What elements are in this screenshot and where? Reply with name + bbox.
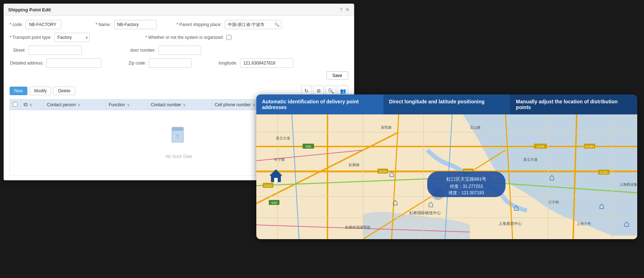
svg-text:⌂: ⌂ — [389, 168, 394, 179]
form-row-2: Transport point type: Factory Whether or… — [10, 33, 348, 42]
form-row-1: code: Name: Parent shipping place: 🔍 — [10, 20, 348, 29]
form-row-3: Street: door number: — [10, 46, 348, 55]
transport-type-label: Transport point type: — [10, 35, 51, 40]
detailed-address-input[interactable] — [46, 58, 101, 68]
svg-text:S102: S102 — [600, 171, 607, 174]
col-contact-number: Contact number ⇅ — [148, 100, 212, 110]
map-svg: S56 G106 G1361 S312 S104 S020 S102 S20 直… — [256, 114, 637, 239]
system-organized-checkbox[interactable] — [226, 35, 231, 40]
name-input[interactable] — [114, 20, 157, 29]
map-tooltip-3: Manually adjust the location of distribu… — [510, 94, 637, 114]
col-function: Function ⇅ — [106, 100, 148, 110]
svg-text:⌂: ⌂ — [392, 197, 398, 207]
svg-text:⌂: ⌂ — [624, 218, 629, 229]
code-label: code: — [10, 22, 23, 27]
longitude-label: longitude: — [219, 61, 237, 66]
new-button[interactable]: New — [10, 87, 27, 95]
house-icon-10: ⌂ — [624, 218, 629, 229]
svg-text:富民路: 富民路 — [381, 125, 392, 129]
svg-text:虹桥路: 虹桥路 — [349, 163, 360, 167]
svg-text:经度：31.277253: 经度：31.277253 — [450, 184, 483, 189]
svg-text:上海六号: 上海六号 — [577, 222, 591, 226]
help-icon[interactable]: ? — [340, 7, 342, 12]
svg-text:上海展览中心: 上海展览中心 — [498, 221, 522, 226]
svg-text:上海商业集团: 上海商业集团 — [619, 182, 637, 186]
dialog-title: Shipping Point Edit — [8, 7, 51, 12]
map-section: Automatic identification of delivery poi… — [256, 94, 637, 239]
map-tooltips: Automatic identification of delivery poi… — [256, 94, 637, 114]
map-popup: 虹口区天宝路891号 经度：31.277253 维度：121.507193 — [427, 171, 506, 197]
svg-text:G106: G106 — [536, 145, 544, 148]
svg-rect-1 — [172, 127, 183, 131]
modify-button[interactable]: Modify — [30, 87, 51, 95]
name-label: Name: — [95, 22, 111, 27]
svg-text:直立大道: 直立大道 — [276, 136, 290, 140]
door-number-input[interactable] — [158, 46, 201, 55]
parent-input-wrapper: 🔍 — [225, 20, 282, 29]
code-input[interactable] — [26, 20, 61, 29]
svg-text:虹桥国际枢纽中心: 虹桥国际枢纽中心 — [409, 211, 441, 215]
svg-text:⌂: ⌂ — [599, 200, 604, 211]
zip-code-input[interactable] — [149, 58, 192, 68]
svg-text:⌂: ⌂ — [428, 199, 434, 209]
svg-text:宝山路: 宝山路 — [470, 125, 481, 129]
house-icon-6: ⌂ — [392, 197, 398, 207]
form-row-4: Detailed address: Zip code: longitude: — [10, 58, 348, 68]
parent-label: Parent shipping place: — [177, 22, 222, 27]
system-organized-label: Whether or not the system is organized: — [117, 35, 224, 40]
close-icon[interactable]: ✕ — [345, 7, 350, 12]
function-sort-icon[interactable]: ⇅ — [127, 103, 130, 107]
svg-text:G1361: G1361 — [585, 145, 594, 148]
house-icon-7: ⌂ — [428, 199, 434, 209]
svg-text:直立大道: 直立大道 — [523, 158, 538, 161]
svg-text:S56: S56 — [305, 145, 311, 148]
select-all-checkbox[interactable] — [13, 102, 17, 107]
parent-input[interactable] — [225, 20, 282, 29]
save-btn-row: Save — [10, 71, 348, 80]
svg-text:S312: S312 — [264, 184, 272, 187]
contact-person-sort-icon[interactable]: ⇅ — [78, 103, 80, 107]
longitude-input[interactable] — [240, 58, 293, 68]
map-tooltip-1: Automatic identification of delivery poi… — [256, 94, 383, 114]
svg-text:⌂: ⌂ — [549, 172, 555, 182]
cell-phone-sort-icon[interactable]: ⇅ — [253, 103, 256, 107]
svg-text:虹口区天宝路891号: 虹口区天宝路891号 — [446, 176, 487, 182]
transport-type-select-wrapper: Factory — [54, 33, 90, 42]
id-sort-icon[interactable]: ⇅ — [30, 103, 32, 107]
svg-text:S20: S20 — [271, 201, 277, 205]
dialog-titlebar: Shipping Point Edit ? ✕ — [4, 4, 354, 16]
house-icon-5: ⌂ — [549, 172, 555, 182]
door-number-label: door number: — [130, 48, 156, 53]
toolbar-left: New Modify Delete — [10, 87, 75, 95]
svg-text:S104: S104 — [379, 170, 386, 173]
svg-text:江宁和: 江宁和 — [548, 200, 559, 204]
zip-code-label: Zip code: — [129, 61, 146, 66]
street-input[interactable] — [28, 46, 82, 55]
svg-text:⌂: ⌂ — [274, 177, 277, 182]
street-label: Street: — [10, 48, 26, 53]
house-icon-2: ⌂ — [389, 168, 394, 179]
transport-type-select[interactable]: Factory — [54, 33, 90, 42]
map-container[interactable]: S56 G106 G1361 S312 S104 S020 S102 S20 直… — [256, 114, 637, 239]
col-id: ID ⇅ — [21, 100, 44, 110]
dialog-controls: ? ✕ — [340, 7, 350, 12]
svg-text:⌂: ⌂ — [513, 202, 519, 213]
detailed-address-label: Detailed address: — [10, 61, 43, 66]
map-tooltip-2: Direct longitude and latitude positionin… — [383, 94, 511, 114]
delete-button[interactable]: Delete — [53, 87, 75, 95]
house-icon-9: ⌂ — [599, 200, 604, 211]
svg-text:维度：121.507193: 维度：121.507193 — [449, 190, 484, 195]
svg-text:?: ? — [176, 133, 179, 140]
save-button[interactable]: Save — [326, 71, 348, 80]
svg-text:长宁路: 长宁路 — [274, 158, 285, 161]
col-contact-person: Contact person ⇅ — [44, 100, 105, 110]
svg-text:虹桥机场浦西端: 虹桥机场浦西端 — [345, 225, 370, 229]
contact-number-sort-icon[interactable]: ⇅ — [183, 103, 186, 107]
house-icon-8: ⌂ — [513, 202, 519, 213]
